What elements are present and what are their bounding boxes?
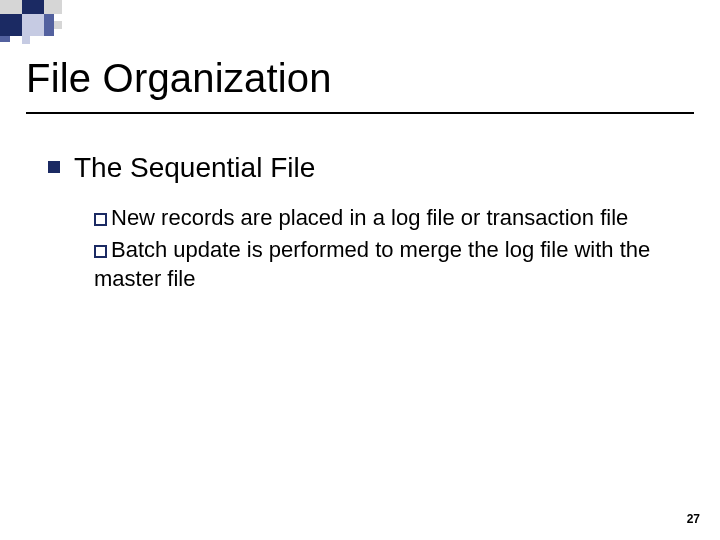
title-underline	[26, 112, 694, 114]
level2-list: New records are placed in a log file or …	[94, 203, 680, 294]
level2-text: Batch update is performed to merge the l…	[94, 237, 650, 292]
page-number: 27	[687, 512, 700, 526]
bullet-level1: The Sequential File	[48, 150, 680, 185]
hollow-square-bullet-icon	[94, 245, 107, 258]
bullet-level2: Batch update is performed to merge the l…	[94, 235, 680, 294]
level2-text: New records are placed in a log file or …	[111, 205, 628, 230]
bullet-level2: New records are placed in a log file or …	[94, 203, 680, 233]
square-bullet-icon	[48, 161, 60, 173]
corner-decoration	[0, 0, 120, 40]
slide-title: File Organization	[26, 56, 332, 101]
hollow-square-bullet-icon	[94, 213, 107, 226]
slide-content: The Sequential File New records are plac…	[48, 150, 680, 296]
level1-text: The Sequential File	[74, 150, 315, 185]
